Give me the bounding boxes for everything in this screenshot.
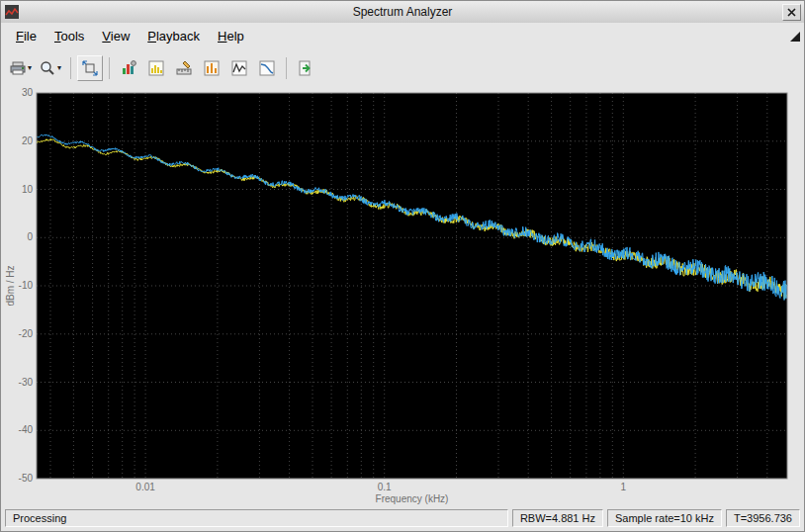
svg-text:0.01: 0.01	[135, 482, 155, 492]
peak-finder-icon	[204, 60, 220, 76]
ruler-icon	[176, 60, 192, 76]
spectrum-settings-icon	[121, 60, 136, 76]
svg-text:30: 30	[22, 87, 34, 98]
spectrum-analyzer-window: Spectrum Analyzer File Tools View Playba…	[0, 0, 805, 532]
spectrum-settings-button[interactable]	[116, 55, 141, 81]
menu-item-tools[interactable]: Tools	[45, 25, 93, 47]
step-forward-icon	[298, 60, 313, 76]
status-rbw: RBW=4.881 Hz	[512, 509, 603, 527]
distortion-icon	[231, 60, 247, 76]
peak-finder-button[interactable]	[199, 55, 224, 81]
measurements-button[interactable]	[171, 55, 197, 81]
svg-text:20: 20	[22, 135, 34, 146]
autoscale-icon	[82, 60, 98, 76]
toolbar-separator	[286, 57, 287, 79]
status-sample-rate: Sample rate=10 kHz	[607, 509, 722, 527]
spectrum-plot[interactable]: 3020100-10-20-30-40-500.010.11Frequency …	[1, 86, 805, 507]
menu-item-view[interactable]: View	[93, 25, 138, 47]
print-button[interactable]: ▾	[7, 55, 35, 81]
menu-item-help[interactable]: Help	[209, 25, 253, 47]
status-message: Processing	[5, 509, 508, 527]
toolbar-separator	[70, 57, 71, 79]
spectrum-button[interactable]	[143, 55, 169, 81]
ccdf-button[interactable]	[254, 55, 280, 81]
status-time: T=3956.736	[726, 509, 800, 527]
svg-text:Frequency (kHz): Frequency (kHz)	[376, 493, 449, 504]
titlebar[interactable]: Spectrum Analyzer	[1, 1, 804, 24]
ccdf-icon	[259, 60, 275, 76]
svg-text:-20: -20	[19, 328, 34, 339]
statusbar: Processing RBW=4.881 Hz Sample rate=10 k…	[1, 505, 804, 531]
dock-icon[interactable]	[790, 32, 800, 42]
close-icon	[787, 8, 796, 17]
magnifier-icon	[40, 60, 55, 76]
svg-text:-10: -10	[19, 280, 34, 291]
autoscale-button[interactable]	[77, 55, 103, 81]
svg-text:-30: -30	[19, 377, 34, 388]
spectrum-icon	[148, 60, 164, 76]
svg-text:1: 1	[621, 482, 627, 492]
playback-button[interactable]	[293, 55, 318, 81]
menubar: File Tools View Playback Help	[1, 23, 804, 49]
toolbar: ▾ ▾	[1, 49, 804, 86]
svg-text:0.1: 0.1	[378, 482, 392, 492]
distortion-button[interactable]	[226, 55, 252, 81]
toolbar-separator	[109, 57, 110, 79]
svg-text:10: 10	[22, 184, 34, 195]
svg-text:-50: -50	[19, 473, 34, 484]
printer-icon	[10, 60, 26, 76]
svg-text:dBm / Hz: dBm / Hz	[5, 265, 16, 306]
chevron-down-icon: ▾	[28, 64, 32, 72]
menu-item-playback[interactable]: Playback	[138, 25, 209, 47]
svg-text:0: 0	[27, 231, 33, 242]
window-title: Spectrum Analyzer	[1, 5, 804, 19]
menu-item-file[interactable]: File	[7, 25, 45, 47]
zoom-button[interactable]: ▾	[37, 55, 64, 81]
close-button[interactable]	[782, 4, 801, 21]
svg-text:-40: -40	[19, 424, 34, 435]
chevron-down-icon: ▾	[57, 64, 61, 72]
